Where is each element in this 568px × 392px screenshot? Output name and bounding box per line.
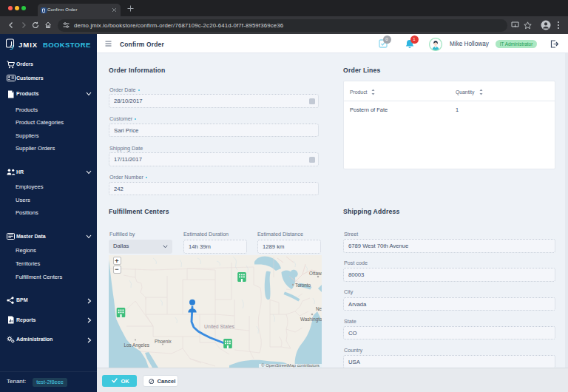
svg-text:Ne: Ne (316, 306, 322, 311)
svg-text:Washingto: Washingto (300, 317, 322, 322)
svg-text:Ottawa: Ottawa (309, 271, 322, 276)
svg-text:Phoenix: Phoenix (155, 339, 172, 344)
svg-text:Toronto: Toronto (295, 283, 311, 288)
svg-text:Los Angeles: Los Angeles (124, 342, 149, 348)
svg-text:United States: United States (204, 324, 234, 329)
